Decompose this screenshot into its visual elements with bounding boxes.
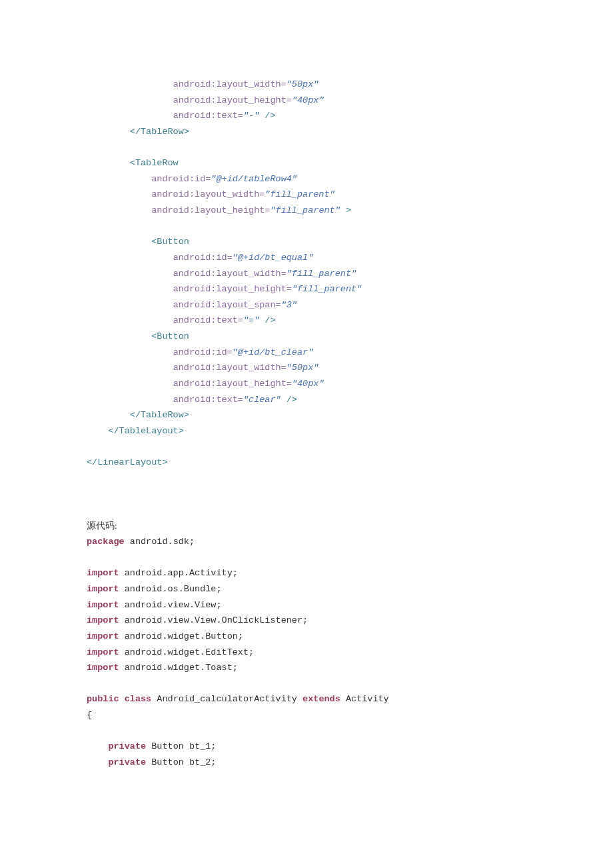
code-token: android:text — [173, 395, 238, 405]
code-line: <Button — [87, 234, 526, 250]
code-token: extends — [303, 694, 340, 704]
code-token: = — [287, 95, 292, 105]
code-line: 源代码: — [87, 518, 526, 535]
code-line: android:layout_width="fill_parent" — [87, 187, 526, 203]
code-line: import android.app.Activity; — [87, 565, 526, 581]
code-token: private — [108, 741, 146, 751]
code-token: "=" — [243, 315, 259, 325]
code-token: android:layout_height — [173, 95, 287, 105]
code-line: private Button bt_2; — [87, 755, 526, 771]
code-line: android:layout_width="50px" — [87, 77, 526, 93]
code-line: import android.os.Bundle; — [87, 581, 526, 597]
code-line: android:id="@+id/tableRow4" — [87, 171, 526, 187]
code-token: android:layout_width — [173, 363, 281, 373]
code-token: "fill_parent" — [287, 269, 356, 279]
code-line: android:text="=" /> — [87, 313, 526, 329]
code-token: "fill_parent" — [270, 205, 340, 215]
code-token: android:layout_height — [173, 284, 287, 294]
code-token: = — [276, 300, 281, 310]
code-token: = — [281, 79, 287, 89]
code-token: = — [281, 269, 287, 279]
code-line — [87, 471, 526, 487]
code-token: android.widget.Button; — [119, 631, 243, 641]
document-page: android:layout_width="50px" android:layo… — [0, 0, 613, 868]
code-token: "fill_parent" — [292, 284, 362, 294]
code-line — [87, 219, 526, 235]
code-line: <TableRow — [87, 155, 526, 171]
code-token: </TableLayout> — [108, 426, 183, 436]
code-token: <Button — [151, 237, 189, 247]
code-token: public — [87, 694, 119, 704]
code-token: android:id — [173, 347, 227, 357]
code-token: = — [227, 253, 233, 263]
code-line: public class Android_calculatorActivity … — [87, 691, 526, 707]
code-line — [87, 439, 526, 455]
code-token: </TableRow> — [130, 410, 189, 420]
code-token: /> — [259, 315, 275, 325]
code-token — [119, 694, 125, 704]
code-line: package android.sdk; — [87, 534, 526, 550]
code-token: "40px" — [292, 95, 324, 105]
code-token: "50px" — [287, 79, 319, 89]
code-line — [87, 550, 526, 566]
code-token: android.view.View.OnClickListener; — [119, 615, 308, 625]
code-token: <TableRow — [130, 158, 179, 168]
code-token: android.widget.Toast; — [119, 663, 238, 673]
code-line: { — [87, 707, 526, 723]
code-token: android:text — [173, 315, 238, 325]
code-token: "40px" — [292, 379, 324, 389]
code-token: </LinearLayout> — [87, 457, 168, 467]
code-token: android:layout_height — [151, 205, 265, 215]
code-line: </TableLayout> — [87, 423, 526, 439]
code-token: "@+id/tableRow4" — [211, 174, 297, 184]
code-token: android:layout_width — [173, 269, 281, 279]
code-line: android:layout_span="3" — [87, 297, 526, 313]
code-token: <Button — [151, 331, 189, 341]
code-line — [87, 676, 526, 692]
code-token: android:layout_width — [173, 79, 281, 89]
code-token: "@+id/bt_clear" — [233, 347, 314, 357]
code-token: import — [87, 631, 119, 641]
code-line: android:text="-" /> — [87, 108, 526, 124]
code-token: Android_calculatorActivity — [151, 694, 303, 704]
code-token: Button bt_2; — [146, 757, 216, 767]
code-token: android.widget.EditText; — [119, 647, 255, 657]
code-token: = — [227, 347, 233, 357]
code-token: class — [125, 694, 152, 704]
code-token: android:id — [151, 174, 205, 184]
code-token: "3" — [281, 300, 297, 310]
code-token: = — [281, 363, 287, 373]
code-token: = — [287, 379, 292, 389]
code-token: android:id — [173, 253, 227, 263]
code-line: import android.widget.Toast; — [87, 660, 526, 676]
code-token: import — [87, 647, 119, 657]
code-token: android:layout_span — [173, 300, 276, 310]
code-token: android:layout_height — [173, 379, 287, 389]
code-token: /> — [281, 395, 297, 405]
code-token: </TableRow> — [130, 127, 189, 137]
code-token: = — [287, 284, 292, 294]
code-line: </TableRow> — [87, 124, 526, 140]
code-line: <Button — [87, 329, 526, 345]
code-line — [87, 486, 526, 502]
code-token: /> — [259, 111, 275, 121]
code-token: = — [238, 395, 243, 405]
code-token: import — [87, 600, 119, 610]
code-token: "@+id/bt_equal" — [233, 253, 314, 263]
code-line: android:id="@+id/bt_clear" — [87, 345, 526, 361]
code-token: import — [87, 615, 119, 625]
code-token: android.sdk; — [125, 537, 195, 547]
code-line — [87, 502, 526, 518]
code-line: </LinearLayout> — [87, 455, 526, 471]
code-line: android:layout_height="fill_parent" > — [87, 203, 526, 219]
code-token: "clear" — [243, 395, 281, 405]
code-line — [87, 140, 526, 156]
code-line: private Button bt_1; — [87, 739, 526, 755]
code-token: = — [238, 315, 243, 325]
code-token: import — [87, 568, 119, 578]
code-token: { — [87, 710, 92, 720]
code-token: 源代码: — [87, 521, 117, 531]
code-line — [87, 723, 526, 739]
code-line: android:layout_height="40px" — [87, 93, 526, 109]
code-token: = — [238, 111, 243, 121]
